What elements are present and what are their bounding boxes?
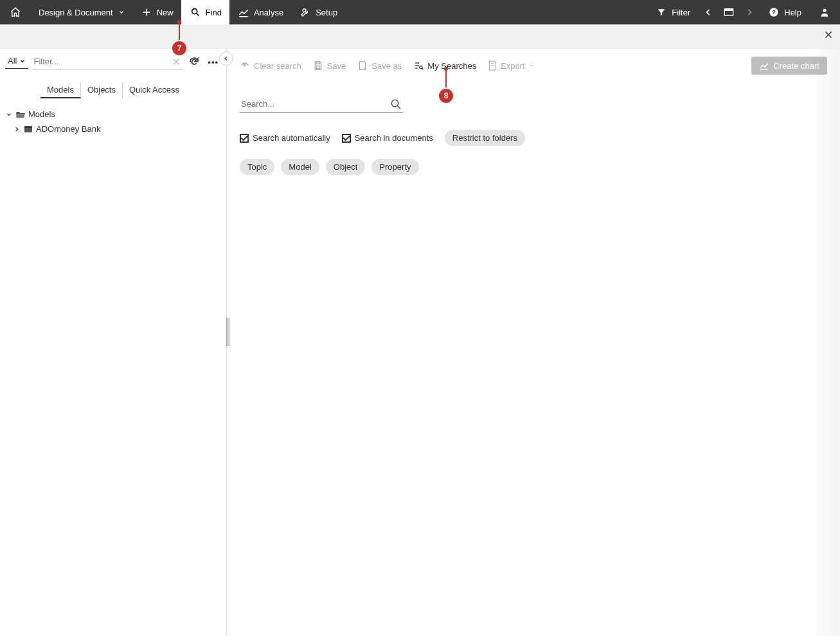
nav-help-label: Help (784, 8, 801, 17)
svg-text:?: ? (772, 9, 776, 15)
tree-root-models[interactable]: Models (4, 107, 222, 122)
checkbox-icon (342, 134, 351, 143)
sidebar-type-select[interactable]: All (5, 55, 28, 69)
sidebar: All ••• Models Objects Quick Access (0, 49, 227, 636)
checkbox-search-in-documents[interactable]: Search in documents (342, 133, 433, 143)
nav-help[interactable]: ? Help (760, 0, 809, 24)
nav-window[interactable] (719, 0, 739, 24)
refresh-button[interactable] (187, 56, 201, 68)
resize-handle[interactable] (226, 318, 229, 346)
folder-open-icon (15, 110, 26, 119)
chart-line-icon (759, 60, 769, 71)
nav-spacer (345, 0, 647, 24)
user-icon (818, 6, 831, 19)
chart-line-icon (237, 6, 250, 19)
pill-object[interactable]: Object (326, 159, 366, 175)
nav-design-document-label: Design & Document (39, 8, 113, 17)
export-icon (488, 60, 497, 71)
nav-setup-label: Setup (316, 8, 337, 17)
create-chart-label: Create chart (773, 61, 819, 71)
app-body: All ••• Models Objects Quick Access (0, 49, 840, 636)
pill-property[interactable]: Property (371, 159, 418, 175)
nav-back[interactable] (698, 0, 719, 24)
nav-home[interactable] (0, 0, 31, 24)
chevron-down-icon (19, 58, 26, 64)
svg-rect-5 (725, 9, 733, 11)
nav-new-label: New (157, 8, 174, 17)
pill-model[interactable]: Model (281, 159, 319, 175)
annotation-7-line (179, 23, 180, 42)
svg-line-24 (422, 68, 424, 69)
search-options-row: Search automatically Search in documents… (240, 130, 792, 146)
list-search-icon (413, 60, 424, 71)
annotation-8-label: 8 (444, 91, 449, 100)
filter-pills-row: Topic Model Object Property (240, 159, 792, 175)
svg-rect-14 (24, 126, 32, 128)
help-circle-icon: ? (767, 6, 780, 19)
create-chart-button[interactable]: Create chart (751, 57, 827, 75)
plus-icon (140, 6, 153, 19)
checkbox-search-automatically[interactable]: Search automatically (240, 133, 330, 143)
right-edge-shadow (809, 49, 840, 636)
home-icon (9, 6, 22, 19)
tree-item-adomoney-bank[interactable]: ADOmoney Bank (4, 122, 222, 136)
pill-topic[interactable]: Topic (240, 159, 274, 175)
chevron-down-icon (5, 111, 13, 118)
tree-root-label: Models (28, 109, 55, 119)
svg-rect-17 (316, 62, 319, 64)
filter-icon (655, 6, 668, 19)
chevron-left-icon (702, 6, 715, 19)
wrench-icon (299, 6, 312, 19)
clear-filter-button[interactable] (169, 57, 183, 66)
window-icon (722, 6, 735, 19)
restrict-to-folders-button[interactable]: Restrict to folders (445, 130, 525, 146)
chevron-down-icon (529, 63, 534, 68)
clear-search-label: Clear search (254, 61, 301, 71)
search-submit-button[interactable] (389, 97, 403, 111)
nav-find[interactable]: Find (181, 0, 229, 24)
sidebar-tab-objects-label: Objects (87, 85, 116, 95)
clear-icon (240, 60, 250, 71)
sidebar-filter-input-wrap (32, 54, 183, 69)
checkbox-icon (240, 134, 249, 143)
sub-bar (0, 24, 840, 49)
search-input-wrap (240, 95, 403, 113)
nav-design-document[interactable]: Design & Document (31, 0, 132, 24)
close-tab-button[interactable] (823, 30, 834, 40)
sidebar-tree: Models ADOmoney Bank (0, 104, 226, 139)
main-panel: Clear search Save Save as My Searches (227, 49, 840, 636)
save-as-button: Save as (357, 60, 402, 71)
sidebar-tab-models[interactable]: Models (40, 82, 81, 98)
svg-rect-18 (316, 66, 319, 69)
svg-point-28 (391, 100, 398, 107)
sidebar-tab-models-label: Models (47, 85, 74, 95)
save-as-icon (357, 60, 368, 71)
nav-filter[interactable]: Filter (647, 0, 698, 24)
search-toolbar: Clear search Save Save as My Searches (227, 49, 840, 77)
save-as-label: Save as (371, 61, 402, 71)
collapse-sidebar-button[interactable] (219, 51, 233, 66)
search-area: Search automatically Search in documents… (227, 77, 805, 175)
search-icon (189, 6, 202, 19)
sidebar-filter-input[interactable] (32, 54, 169, 69)
nav-user[interactable] (809, 0, 840, 24)
svg-point-19 (364, 66, 367, 69)
nav-analyse[interactable]: Analyse (229, 0, 291, 24)
annotation-badge-7: 7 (172, 41, 186, 55)
sidebar-tab-quick-access[interactable]: Quick Access (123, 82, 186, 98)
top-nav: Design & Document New Find Analyse Setup… (0, 0, 840, 24)
save-icon (313, 60, 323, 71)
annotation-7-label: 7 (177, 44, 182, 53)
annotation-badge-8: 8 (439, 89, 453, 103)
sidebar-tab-objects[interactable]: Objects (81, 82, 123, 98)
export-button: Export (488, 60, 534, 71)
nav-setup[interactable]: Setup (291, 0, 345, 24)
my-searches-label: My Searches (427, 61, 476, 71)
search-input[interactable] (240, 95, 389, 113)
checkbox-auto-label: Search automatically (253, 133, 330, 143)
chevron-down-icon (118, 9, 125, 15)
nav-new[interactable]: New (132, 0, 181, 24)
nav-filter-label: Filter (672, 8, 690, 17)
chevron-right-icon (743, 6, 756, 19)
clear-search-button: Clear search (240, 60, 301, 71)
